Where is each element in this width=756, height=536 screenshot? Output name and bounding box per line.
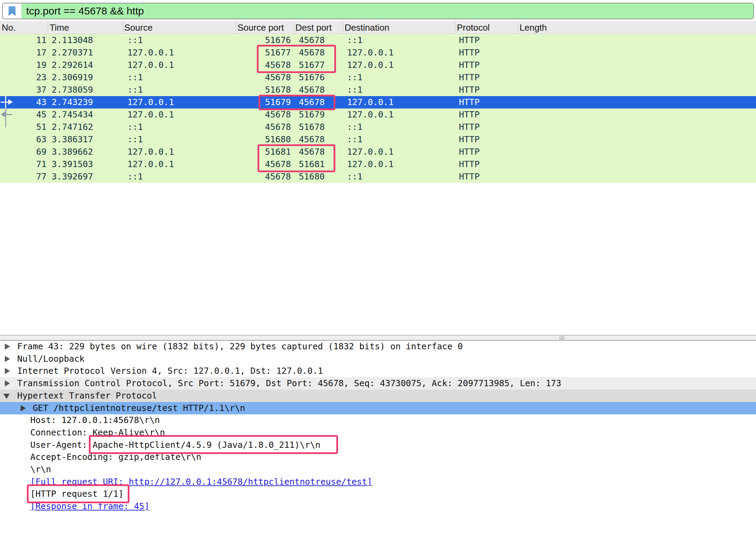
cell-source-port: 51678: [236, 84, 294, 96]
cell-no: 11: [0, 34, 48, 47]
expand-icon[interactable]: [5, 380, 10, 386]
packet-row[interactable]: 45 2.745434 127.0.0.1 45678 51679 127.0.…: [0, 109, 756, 121]
splitter-handle-icon[interactable]: [559, 336, 564, 341]
cell-time: 2.745434: [48, 109, 123, 121]
packet-row[interactable]: 37 2.738059 ::1 51678 45678 ::1 HTTP: [0, 84, 756, 96]
user-agent-header-label: User-Agent:: [30, 440, 93, 450]
column-header-source-port[interactable]: Source port: [236, 22, 294, 34]
cell-no: 63: [0, 133, 48, 146]
annotation-box-user-agent: [89, 435, 338, 454]
annotation-box-ports-69-71: [258, 144, 335, 172]
tree-item-label: Internet Protocol Version 4, Src: 127.0.…: [17, 365, 323, 377]
cell-destination: 127.0.0.1: [343, 146, 455, 158]
cell-source: 127.0.0.1: [123, 96, 236, 109]
request-arrow-icon: [1, 102, 9, 103]
expand-icon[interactable]: [5, 368, 10, 374]
packet-row[interactable]: 71 3.391503 127.0.0.1 45678 51681 127.0.…: [0, 158, 756, 171]
tree-item-host[interactable]: Host: 127.0.0.1:45678\r\n: [0, 414, 756, 426]
cell-source: 127.0.0.1: [123, 109, 236, 121]
tree-item-request-line[interactable]: GET /httpclientnotreuse/test HTTP/1.1\r\…: [0, 402, 756, 414]
cell-length: [518, 84, 756, 96]
cell-source: ::1: [123, 71, 236, 84]
column-header-length[interactable]: Length: [518, 22, 756, 34]
cell-length: [518, 47, 756, 59]
cell-length: [518, 158, 756, 171]
column-header-destination[interactable]: Destination: [343, 22, 455, 34]
cell-destination: ::1: [343, 84, 455, 96]
cell-source-port: 45678: [236, 121, 294, 133]
cell-no: 69: [0, 146, 48, 158]
tree-item-crlf[interactable]: \r\n: [0, 463, 756, 476]
packet-row[interactable]: 51 2.747162 ::1 45678 51678 ::1 HTTP: [0, 121, 756, 133]
cell-destination: 127.0.0.1: [343, 109, 455, 121]
pane-splitter[interactable]: [0, 335, 756, 341]
cell-no: 51: [0, 121, 48, 133]
tree-item-label: Host: 127.0.0.1:45678\r\n: [30, 414, 160, 426]
wireshark-window: No. Time Source Source port Dest port De…: [0, 0, 756, 536]
related-packets-line: [5, 109, 6, 127]
cell-destination: ::1: [343, 133, 455, 146]
cell-no: 23: [0, 71, 48, 84]
cell-protocol: HTTP: [455, 121, 518, 133]
cell-protocol: HTTP: [455, 47, 518, 59]
tree-item-null-loopback[interactable]: Null/Loopback: [0, 353, 756, 365]
expand-icon[interactable]: [5, 356, 10, 362]
filter-bookmark-button[interactable]: [3, 3, 22, 19]
cell-destination: 127.0.0.1: [343, 47, 455, 59]
request-arrow-icon: [8, 99, 13, 105]
cell-no: 77: [0, 171, 48, 183]
tree-item-ip[interactable]: Internet Protocol Version 4, Src: 127.0.…: [0, 365, 756, 377]
cell-length: [518, 171, 756, 183]
connection-header-label: Connection:: [30, 427, 93, 437]
column-header-dest-port[interactable]: Dest port: [294, 22, 343, 34]
packet-row[interactable]: 11 2.113048 ::1 51676 45678 ::1 HTTP: [0, 34, 756, 47]
cell-no: 17: [0, 47, 48, 59]
cell-time: 3.389662: [48, 146, 123, 158]
packet-row-selected[interactable]: 43 2.743239 127.0.0.1 51679 45678 127.0.…: [0, 96, 756, 109]
cell-protocol: HTTP: [455, 146, 518, 158]
collapse-icon[interactable]: [3, 394, 10, 399]
cell-time: 2.743239: [48, 96, 123, 109]
column-header-source[interactable]: Source: [123, 22, 236, 34]
tree-item-label: Frame 43: 229 bytes on wire (1832 bits),…: [17, 340, 463, 353]
expand-icon[interactable]: [21, 405, 26, 411]
tree-item-frame[interactable]: Frame 43: 229 bytes on wire (1832 bits),…: [0, 340, 756, 353]
packet-list: 11 2.113048 ::1 51676 45678 ::1 HTTP 17 …: [0, 34, 756, 183]
cell-protocol: HTTP: [455, 158, 518, 171]
cell-destination: ::1: [343, 34, 455, 47]
cell-no: 19: [0, 59, 48, 71]
packet-row[interactable]: 69 3.389662 127.0.0.1 51681 45678 127.0.…: [0, 146, 756, 158]
cell-protocol: HTTP: [455, 34, 518, 47]
column-header-protocol[interactable]: Protocol: [455, 22, 518, 34]
cell-source: 127.0.0.1: [123, 59, 236, 71]
cell-source: ::1: [123, 133, 236, 146]
display-filter-input[interactable]: [22, 3, 753, 19]
expand-icon[interactable]: [5, 343, 10, 350]
cell-time: 2.292614: [48, 59, 123, 71]
cell-time: 2.113048: [48, 34, 123, 47]
packet-row[interactable]: 17 2.270371 127.0.0.1 51677 45678 127.0.…: [0, 47, 756, 59]
response-arrow-icon: [4, 114, 12, 115]
cell-no: 37: [0, 84, 48, 96]
tree-item-tcp[interactable]: Transmission Control Protocol, Src Port:…: [0, 377, 756, 390]
cell-protocol: HTTP: [455, 133, 518, 146]
cell-protocol: HTTP: [455, 96, 518, 109]
cell-source: ::1: [123, 84, 236, 96]
column-header-no[interactable]: No.: [0, 22, 48, 34]
packet-row[interactable]: 63 3.386317 ::1 51680 45678 ::1 HTTP: [0, 133, 756, 146]
cell-source-port: 51680: [236, 133, 294, 146]
column-header-time[interactable]: Time: [48, 22, 123, 34]
cell-length: [518, 109, 756, 121]
packet-row[interactable]: 23 2.306919 ::1 45678 51676 ::1 HTTP: [0, 71, 756, 84]
cell-time: 2.738059: [48, 84, 123, 96]
cell-dest-port: 45678: [294, 133, 343, 146]
tree-item-label: Null/Loopback: [17, 353, 85, 365]
display-filter-bar: [2, 3, 754, 19]
packet-row[interactable]: 77 3.392697 ::1 45678 51680 ::1 HTTP: [0, 171, 756, 183]
packet-row[interactable]: 19 2.292614 127.0.0.1 45678 51677 127.0.…: [0, 59, 756, 71]
cell-length: [518, 146, 756, 158]
cell-source-port: 45678: [236, 171, 294, 183]
tree-item-http[interactable]: Hypertext Transfer Protocol: [0, 390, 756, 402]
cell-dest-port: 45678: [294, 84, 343, 96]
cell-protocol: HTTP: [455, 59, 518, 71]
